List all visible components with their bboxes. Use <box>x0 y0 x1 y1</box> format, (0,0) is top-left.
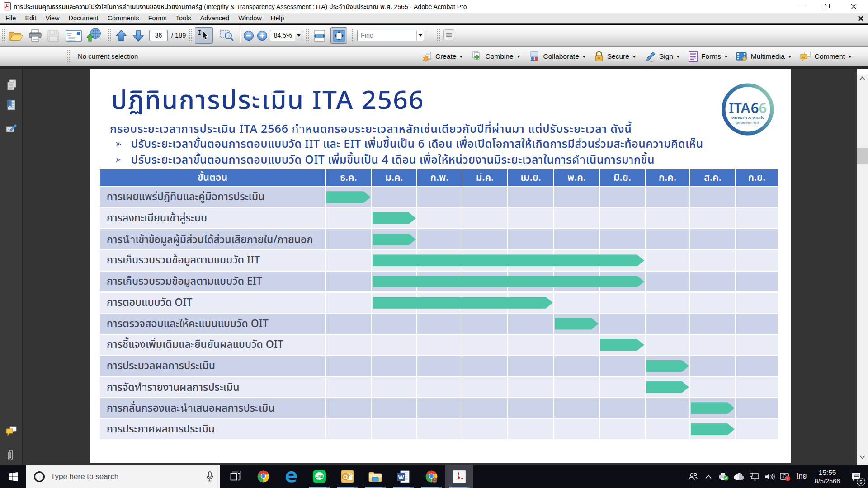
vertical-scrollbar[interactable] <box>857 69 868 465</box>
scroll-down-icon[interactable] <box>859 454 866 460</box>
menu-advanced[interactable]: Advanced <box>196 13 234 24</box>
comments-panel-icon[interactable] <box>5 426 18 438</box>
edge-taskbar-button[interactable] <box>277 465 305 488</box>
toolbar-grip[interactable] <box>2 29 5 42</box>
zoom-out-button[interactable] <box>243 30 255 42</box>
network-icon[interactable] <box>747 465 762 488</box>
toolbar-grip[interactable] <box>351 29 354 42</box>
pages-panel-icon[interactable] <box>5 79 18 91</box>
create-button[interactable]: Create <box>418 49 467 64</box>
collaborate-button[interactable]: Collaborate <box>525 49 590 64</box>
combine-button[interactable]: Combine <box>467 49 524 64</box>
people-icon[interactable] <box>685 465 701 488</box>
gantt-month-cell <box>600 314 645 334</box>
minimize-button[interactable] <box>790 0 811 13</box>
menu-window[interactable]: Window <box>234 13 266 24</box>
gantt-month-cell <box>554 398 599 418</box>
gantt-month-cell <box>646 272 689 292</box>
gantt-header-month: ม.ค. <box>372 169 416 186</box>
toolbar-grip[interactable] <box>437 29 440 42</box>
forms-button[interactable]: Forms <box>684 49 731 64</box>
gantt-month-cell <box>372 356 416 376</box>
toolbar-grip[interactable] <box>108 29 111 42</box>
dropdown-arrow-icon <box>297 34 301 37</box>
sign-button[interactable]: Sign <box>641 49 684 64</box>
ita66-logo: ITA66 Growth & Goals เติบโตอย่างโปร่งใส <box>720 81 776 137</box>
menubar-close-icon[interactable] <box>858 16 863 21</box>
multimedia-button[interactable]: Multimedia <box>732 49 795 64</box>
taskview-taskbar-button[interactable] <box>221 465 249 488</box>
next-page-button[interactable] <box>131 28 146 43</box>
gantt-month-cell <box>690 377 735 397</box>
zoom-in-button[interactable] <box>256 30 268 42</box>
clock-date: 8/5/2566 <box>810 477 844 485</box>
find-input[interactable]: Find <box>357 30 417 41</box>
microphone-icon[interactable] <box>206 471 214 482</box>
chrome-icon <box>257 470 270 483</box>
menu-help[interactable]: Help <box>266 13 289 24</box>
print-button[interactable] <box>28 28 43 43</box>
close-button[interactable] <box>843 0 864 13</box>
save-button[interactable] <box>46 28 61 43</box>
find-dropdown-button[interactable] <box>416 30 424 41</box>
open-button[interactable] <box>8 28 23 43</box>
select-tool-button[interactable] <box>195 27 213 44</box>
page-number-input[interactable]: 36 <box>149 30 168 41</box>
notification-center-button[interactable]: 5 <box>844 465 868 488</box>
line-taskbar-button[interactable]: LINE <box>305 465 333 488</box>
taskbar-search[interactable]: Type here to search <box>26 465 220 488</box>
toolbar-grip[interactable] <box>189 29 192 42</box>
language-indicator[interactable]: ไทย <box>793 471 810 482</box>
scroll-up-icon[interactable] <box>859 75 866 82</box>
attachments-panel-icon[interactable] <box>5 449 18 462</box>
chrome-profile-taskbar-button[interactable] <box>417 465 445 488</box>
chrome-taskbar-button[interactable] <box>249 465 277 488</box>
scrolling-mode-button[interactable] <box>312 28 327 43</box>
toolbar-grip[interactable] <box>306 29 309 42</box>
comment-button[interactable]: Comment <box>796 49 855 64</box>
word-taskbar-button[interactable]: W <box>389 465 417 488</box>
scrollbar-thumb[interactable] <box>857 148 868 164</box>
hidden-icons-chevron[interactable] <box>701 465 716 488</box>
fit-page-button[interactable] <box>330 27 347 44</box>
onedrive-icon[interactable] <box>731 465 747 488</box>
menu-forms[interactable]: Forms <box>144 13 171 24</box>
previous-page-button[interactable] <box>113 28 129 43</box>
secure-button[interactable]: Secure <box>590 49 640 64</box>
gantt-month-cell <box>326 419 371 440</box>
menu-comments[interactable]: Comments <box>103 13 144 24</box>
snapshot-tool-button[interactable] <box>218 28 235 43</box>
zoom-level-input[interactable]: 84.5% <box>270 30 296 41</box>
printer-status-icon[interactable] <box>716 465 731 488</box>
plugin-buttons: CreateCombineCollaborateSecureSignFormsM… <box>418 47 855 66</box>
maximize-button[interactable] <box>816 0 837 13</box>
gantt-header-month: เม.ย. <box>508 169 553 186</box>
menu-tools[interactable]: Tools <box>171 13 196 24</box>
volume-icon[interactable] <box>762 465 778 488</box>
bookmarks-panel-icon[interactable] <box>5 99 18 112</box>
gantt-month-cell <box>736 293 778 313</box>
toolbar-grip[interactable] <box>67 50 70 63</box>
signatures-panel-icon[interactable] <box>5 123 18 136</box>
menu-edit[interactable]: Edit <box>20 13 41 24</box>
menu-view[interactable]: View <box>41 13 64 24</box>
action-alert-icon[interactable] <box>778 465 793 488</box>
gantt-month-cell <box>690 250 735 271</box>
menu-document[interactable]: Document <box>64 13 103 24</box>
taskbar-clock[interactable]: 15:55 8/5/2566 <box>810 468 844 485</box>
start-button[interactable] <box>0 465 26 488</box>
menu-file[interactable]: File <box>1 13 20 24</box>
gantt-month-cell <box>462 377 507 397</box>
outlook-taskbar-button[interactable]: O <box>333 465 361 488</box>
button-label: Comment <box>815 52 845 61</box>
explorer-taskbar-button[interactable] <box>361 465 389 488</box>
toolbar-menu-button[interactable] <box>443 28 455 41</box>
upload-button[interactable] <box>85 27 102 42</box>
email-button[interactable] <box>65 28 83 43</box>
gantt-month-cell <box>736 335 778 355</box>
acrobat-taskbar-button[interactable] <box>445 465 473 488</box>
gantt-month-cell <box>736 187 778 207</box>
gantt-month-cell <box>690 335 735 355</box>
zoom-dropdown-button[interactable] <box>295 30 302 41</box>
gantt-bar <box>691 402 735 414</box>
